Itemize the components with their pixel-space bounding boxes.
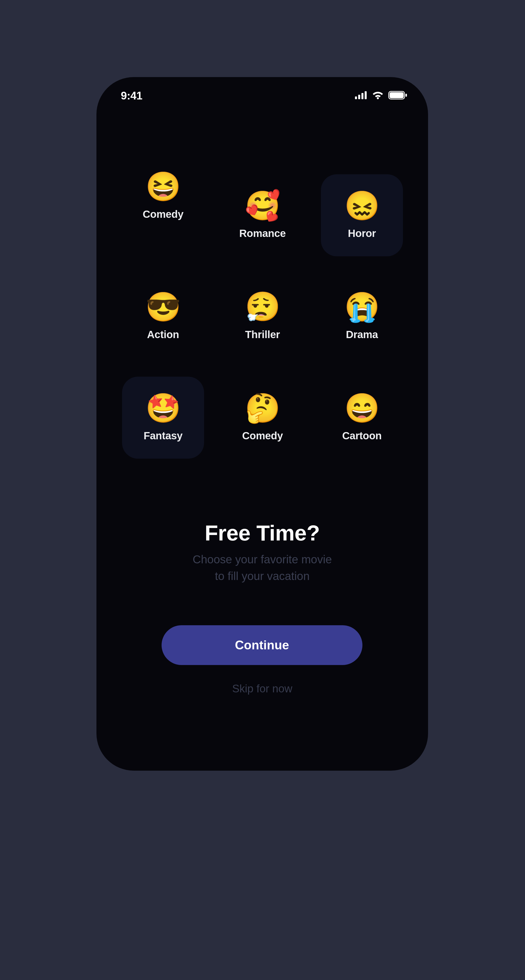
svg-rect-5 <box>390 92 404 98</box>
category-comedy[interactable]: 🤔Comedy <box>221 377 304 459</box>
wifi-icon <box>372 91 384 100</box>
category-label: Drama <box>346 329 378 340</box>
phone-frame: 9:41 <box>97 77 428 771</box>
category-romance[interactable]: 🥰Romance <box>221 174 304 256</box>
cellular-icon <box>355 91 368 100</box>
continue-button[interactable]: Continue <box>162 625 363 665</box>
page-title: Free Time? <box>97 520 428 546</box>
category-thriller[interactable]: 😮‍💨Thriller <box>221 275 304 358</box>
category-emoji: 😮‍💨 <box>245 293 280 321</box>
category-label: Thriller <box>245 329 280 340</box>
category-emoji: 😖 <box>344 191 380 220</box>
status-bar: 9:41 <box>97 77 428 115</box>
status-time: 9:41 <box>121 89 142 102</box>
svg-rect-3 <box>365 91 367 99</box>
category-grid: 😆Comedy🥰Romance😖Horor😎Action😮‍💨Thriller😭… <box>122 155 402 459</box>
category-emoji: 🤔 <box>245 394 280 422</box>
category-emoji: 😄 <box>344 394 380 422</box>
category-label: Romance <box>239 228 286 239</box>
category-drama[interactable]: 😭Drama <box>321 275 403 358</box>
category-emoji: 😆 <box>145 172 181 201</box>
category-cartoon[interactable]: 😄Cartoon <box>321 377 403 459</box>
battery-icon <box>388 91 407 100</box>
page-subtitle: Choose your favorite movieto fill your v… <box>97 551 428 584</box>
category-emoji: 🤩 <box>145 394 181 422</box>
category-label: Horor <box>348 228 376 239</box>
category-horor[interactable]: 😖Horor <box>321 174 403 256</box>
category-action[interactable]: 😎Action <box>122 275 204 358</box>
category-emoji: 😭 <box>344 293 380 321</box>
svg-rect-1 <box>358 95 360 99</box>
category-label: Comedy <box>143 208 183 220</box>
category-fantasy[interactable]: 🤩Fantasy <box>122 377 204 459</box>
svg-rect-0 <box>355 97 357 99</box>
skip-link[interactable]: Skip for now <box>97 682 428 695</box>
category-label: Comedy <box>242 430 283 442</box>
category-label: Fantasy <box>144 430 183 442</box>
category-emoji: 😎 <box>145 293 181 321</box>
category-label: Action <box>147 329 179 340</box>
category-label: Cartoon <box>342 430 382 442</box>
svg-rect-6 <box>406 94 407 97</box>
svg-rect-2 <box>361 93 363 99</box>
category-emoji: 🥰 <box>245 191 280 220</box>
category-comedy[interactable]: 😆Comedy <box>122 155 204 237</box>
